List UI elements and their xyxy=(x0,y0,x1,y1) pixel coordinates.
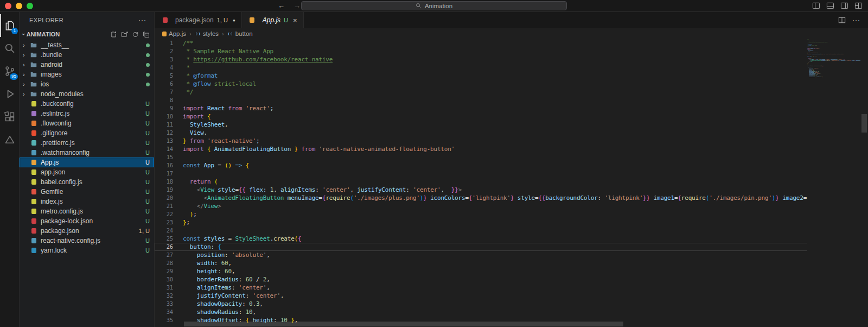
vertical-scrollbar[interactable] xyxy=(860,39,868,327)
activity-item-react-native-tools[interactable] xyxy=(0,128,19,151)
split-editor-icon[interactable] xyxy=(838,16,846,24)
code-line-30[interactable]: 30 borderRadius: 60 / 2, xyxy=(155,275,868,284)
activity-item-extensions[interactable] xyxy=(0,105,19,128)
more-actions-icon[interactable]: ··· xyxy=(852,16,860,24)
code-line-24[interactable]: 24 xyxy=(155,227,868,235)
close-icon[interactable]: × xyxy=(293,16,297,24)
tree-item-App.js[interactable]: App.jsU xyxy=(20,158,154,167)
code-line-20[interactable]: 20 <AnimatedFloatingButton menuImage={re… xyxy=(155,194,868,202)
new-folder-icon[interactable] xyxy=(121,31,128,38)
toggle-panel-icon[interactable] xyxy=(826,2,834,10)
minimize-window-button[interactable] xyxy=(16,3,22,9)
tree-item-.bundle[interactable]: ›.bundle xyxy=(20,50,154,60)
code-line-12[interactable]: 12 View, xyxy=(155,129,868,137)
tree-item-yarn.lock[interactable]: yarn.lockU xyxy=(20,246,154,255)
code-line-9[interactable]: 9import React from 'react'; xyxy=(155,104,868,112)
tree-item-Gemfile[interactable]: GemfileU xyxy=(20,187,154,197)
code-line-1[interactable]: 1/** xyxy=(155,39,868,47)
activity-item-source-control[interactable]: 95 xyxy=(0,60,19,83)
tree-item-__tests__[interactable]: ›__tests__ xyxy=(20,40,154,50)
code-line-5[interactable]: 5 * @format xyxy=(155,72,868,80)
code-line-15[interactable]: 15 xyxy=(155,153,868,161)
tree-item-.prettierrc.js[interactable]: .prettierrc.jsU xyxy=(20,138,154,148)
code-line-7[interactable]: 7 */ xyxy=(155,88,868,96)
code-line-8[interactable]: 8 xyxy=(155,96,868,104)
tree-item-babel.config.js[interactable]: babel.config.jsU xyxy=(20,177,154,187)
activity-item-run-debug[interactable] xyxy=(0,83,19,105)
code-line-19[interactable]: 19 <View style={{ flex: 1, alignItems: '… xyxy=(155,186,868,194)
tree-item-.buckconfig[interactable]: .buckconfigU xyxy=(20,99,154,109)
tree-item-android[interactable]: ›android xyxy=(20,60,154,70)
code-line-22[interactable]: 22 ); xyxy=(155,210,868,218)
tab-App.js[interactable]: App.jsU× xyxy=(242,12,304,28)
toggle-sidebar-icon[interactable] xyxy=(812,2,820,10)
workspace-section-header[interactable]: › ANIMATION xyxy=(20,28,154,40)
refresh-icon[interactable] xyxy=(132,31,139,38)
line-number: 29 xyxy=(155,267,183,275)
tree-item-react-native.config.js[interactable]: react-native.config.jsU xyxy=(20,236,154,246)
file-icon xyxy=(162,32,167,36)
tree-item-package.json[interactable]: package.json1, U xyxy=(20,226,154,236)
tree-item-ios[interactable]: ›ios xyxy=(20,79,154,89)
code-line-4[interactable]: 4 * xyxy=(155,64,868,72)
file-icon xyxy=(29,111,38,116)
tree-item-app.json[interactable]: app.jsonU xyxy=(20,167,154,177)
code-line-10[interactable]: 10import { xyxy=(155,112,868,121)
code-line-3[interactable]: 3 * https://github.com/facebook/react-na… xyxy=(155,55,868,64)
line-number: 20 xyxy=(155,194,183,202)
file-name: yarn.lock xyxy=(41,247,142,254)
back-icon[interactable]: ← xyxy=(278,1,285,11)
code-line-26[interactable]: 26 button: { xyxy=(155,243,868,251)
code-editor[interactable]: 1/**2 * Sample React Native App3 * https… xyxy=(155,39,868,327)
breadcrumb-item-button[interactable]: button xyxy=(227,30,253,37)
code-line-2[interactable]: 2 * Sample React Native App xyxy=(155,47,868,55)
horizontal-scrollbar-thumb[interactable] xyxy=(184,322,623,326)
scrollbar-thumb[interactable] xyxy=(861,114,867,133)
code-line-13[interactable]: 13} from 'react-native'; xyxy=(155,137,868,145)
code-line-33[interactable]: 33 shadowOpacity: 0.3, xyxy=(155,300,868,308)
code-line-29[interactable]: 29 height: 60, xyxy=(155,267,868,275)
tree-item-.flowconfig[interactable]: .flowconfigU xyxy=(20,118,154,128)
activity-item-explorer[interactable]: 1 xyxy=(0,14,19,37)
tree-item-index.js[interactable]: index.jsU xyxy=(20,197,154,206)
code-line-16[interactable]: 16const App = () => { xyxy=(155,161,868,169)
toggle-secondary-sidebar-icon[interactable] xyxy=(840,2,848,10)
code-line-23[interactable]: 23}; xyxy=(155,218,868,227)
code-line-18[interactable]: 18 return ( xyxy=(155,178,868,186)
code-line-6[interactable]: 6 * @flow strict-local xyxy=(155,80,868,88)
code-line-25[interactable]: 25const styles = StyleSheet.create({ xyxy=(155,235,868,243)
code-text: width: 60, xyxy=(183,259,232,267)
collapse-all-icon[interactable] xyxy=(143,31,150,38)
code-line-28[interactable]: 28 width: 60, xyxy=(155,259,868,267)
tree-item-.gitignore[interactable]: .gitignoreU xyxy=(20,128,154,138)
code-line-27[interactable]: 27 position: 'absolute', xyxy=(155,251,868,259)
customize-layout-icon[interactable] xyxy=(854,2,863,10)
minimap[interactable]: 1/**2 * Sample React Native App3 * https… xyxy=(807,39,860,327)
code-line-11[interactable]: 11 StyleSheet, xyxy=(155,121,868,129)
close-window-button[interactable] xyxy=(5,3,11,9)
breadcrumb-item-styles[interactable]: styles xyxy=(195,30,219,37)
tree-item-.eslintrc.js[interactable]: .eslintrc.jsU xyxy=(20,109,154,118)
code-line-14[interactable]: 14import { AnimatedFloatingButton } from… xyxy=(155,145,868,153)
activity-badge: 1 xyxy=(11,28,18,34)
tree-item-node_modules[interactable]: ›node_modules xyxy=(20,89,154,99)
tree-item-metro.config.js[interactable]: metro.config.jsU xyxy=(20,206,154,216)
tree-item-images[interactable]: ›images xyxy=(20,70,154,79)
code-line-31[interactable]: 31 alignItems: 'center', xyxy=(155,284,868,292)
zoom-window-button[interactable] xyxy=(27,3,33,9)
more-actions-icon[interactable]: ··· xyxy=(138,16,146,24)
line-number: 13 xyxy=(155,137,183,145)
breadcrumb-item-App.js[interactable]: App.js xyxy=(162,30,186,37)
code-line-34[interactable]: 34 shadowRadius: 10, xyxy=(155,308,868,316)
command-center-search[interactable]: Animation xyxy=(301,1,567,10)
forward-icon[interactable]: → xyxy=(293,1,301,11)
code-line-17[interactable]: 17 xyxy=(155,169,868,178)
tab-package.json[interactable]: package.json1, U● xyxy=(155,12,242,28)
activity-item-search[interactable] xyxy=(0,37,19,60)
tree-item-.watchmanconfig[interactable]: .watchmanconfigU xyxy=(20,148,154,158)
new-file-icon[interactable] xyxy=(110,31,117,38)
file-name: .flowconfig xyxy=(41,120,142,127)
tree-item-package-lock.json[interactable]: package-lock.jsonU xyxy=(20,216,154,226)
code-line-21[interactable]: 21 </View> xyxy=(155,202,868,210)
code-line-32[interactable]: 32 justifyContent: 'center', xyxy=(155,292,868,300)
